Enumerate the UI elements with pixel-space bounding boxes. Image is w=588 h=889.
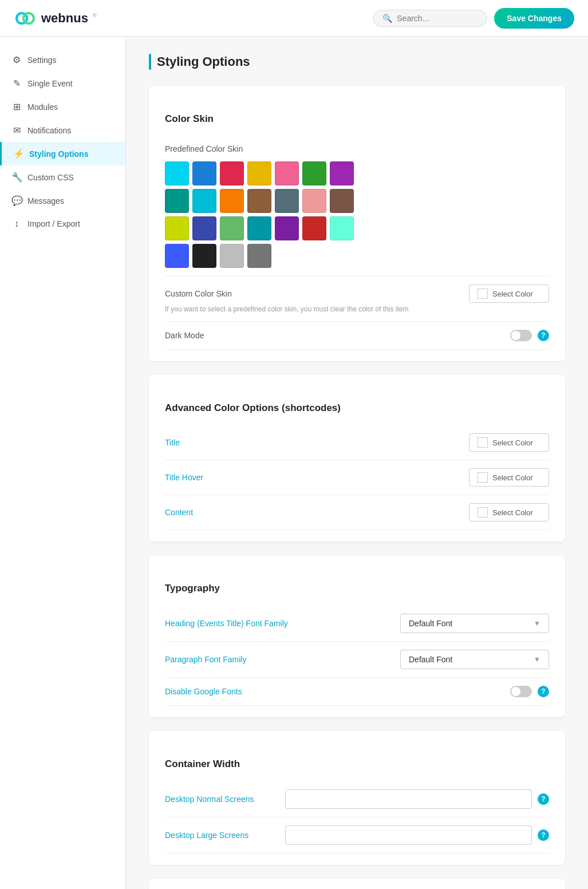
search-bar[interactable]: 🔍 [373, 10, 487, 27]
color-swatches [165, 161, 360, 268]
sidebar-label-settings: Settings [27, 56, 57, 65]
color-swatch[interactable] [247, 244, 271, 268]
paragraph-font-row: Paragraph Font Family Default Font ▼ [165, 642, 549, 678]
color-swatch[interactable] [275, 189, 299, 213]
other-styling-section: Other Styling Option Frontend Event Subm… [149, 879, 565, 889]
color-swatch[interactable] [247, 161, 271, 185]
content-color-btn-label: Select Color [492, 508, 533, 517]
typography-title: Typography [165, 583, 549, 594]
sidebar-item-messages[interactable]: 💬 Messages [0, 189, 125, 212]
color-swatch[interactable] [192, 244, 216, 268]
layout: ⚙ Settings ✎ Single Event ⊞ Modules ✉ No… [0, 37, 588, 889]
color-swatch[interactable] [165, 189, 189, 213]
sidebar-item-single-event[interactable]: ✎ Single Event [0, 72, 125, 95]
color-swatch[interactable] [165, 161, 189, 185]
title-hover-color-row: Title Hover Select Color [165, 460, 549, 495]
disable-google-fonts-row: Disable Google Fonts ? [165, 678, 549, 706]
css-icon: 🔧 [11, 172, 22, 183]
import-export-icon: ↕ [11, 219, 22, 229]
sidebar-label-single-event: Single Event [27, 79, 73, 88]
color-swatch[interactable] [165, 216, 189, 240]
color-swatch[interactable] [165, 244, 189, 268]
color-swatch[interactable] [192, 161, 216, 185]
title-hover-color-preview [477, 472, 488, 483]
paragraph-font-value: Default Font [409, 655, 452, 664]
desktop-large-row: Desktop Large Screens ? [165, 817, 549, 854]
settings-icon: ⚙ [11, 54, 22, 65]
color-swatch[interactable] [275, 216, 299, 240]
color-swatch[interactable] [247, 189, 271, 213]
content-color-preview [477, 507, 488, 517]
color-swatch[interactable] [302, 161, 326, 185]
predefined-color-skin-row: Predefined Color Skin [165, 136, 549, 276]
main-content: Styling Options Color Skin Predefined Co… [126, 37, 588, 889]
custom-color-skin-btn-label: Select Color [492, 290, 533, 298]
desktop-normal-row: Desktop Normal Screens ? [165, 781, 549, 817]
desktop-normal-input[interactable] [285, 789, 532, 809]
color-swatch[interactable] [302, 216, 326, 240]
sidebar-label-import-export: Import / Export [27, 219, 80, 228]
notifications-icon: ✉ [11, 125, 22, 136]
desktop-large-input[interactable] [285, 825, 532, 845]
search-input[interactable] [397, 14, 483, 23]
color-swatch[interactable] [247, 216, 271, 240]
desktop-normal-label: Desktop Normal Screens [165, 795, 279, 804]
color-swatch[interactable] [220, 161, 244, 185]
svg-point-1 [23, 13, 34, 23]
content-color-row: Content Select Color [165, 495, 549, 530]
sidebar-label-messages: Messages [27, 196, 64, 206]
save-button[interactable]: Save Changes [494, 8, 574, 29]
sidebar-item-custom-css[interactable]: 🔧 Custom CSS [0, 165, 125, 189]
heading-font-dropdown[interactable]: Default Font ▼ [400, 614, 549, 633]
title-hover-color-button[interactable]: Select Color [469, 468, 549, 487]
custom-color-skin-inner: Custom Color Skin Select Color [165, 285, 549, 303]
sidebar: ⚙ Settings ✎ Single Event ⊞ Modules ✉ No… [0, 37, 126, 889]
color-swatch[interactable] [220, 244, 244, 268]
desktop-normal-help[interactable]: ? [538, 793, 549, 805]
custom-color-hint: If you want to select a predefined color… [165, 305, 549, 313]
title-color-row: Title Select Color [165, 425, 549, 460]
dark-mode-help[interactable]: ? [538, 330, 549, 341]
logo: webnus ® [14, 7, 97, 30]
search-icon: 🔍 [382, 14, 392, 23]
color-swatch[interactable] [192, 216, 216, 240]
advanced-color-section: Advanced Color Options (shortcodes) Titl… [149, 375, 565, 542]
sidebar-item-settings[interactable]: ⚙ Settings [0, 48, 125, 72]
color-swatch[interactable] [302, 189, 326, 213]
content-color-label: Content [165, 508, 193, 517]
heading-font-arrow: ▼ [534, 619, 540, 627]
color-swatch[interactable] [192, 189, 216, 213]
content-color-button[interactable]: Select Color [469, 503, 549, 521]
advanced-color-title: Advanced Color Options (shortcodes) [165, 402, 549, 414]
sidebar-item-notifications[interactable]: ✉ Notifications [0, 118, 125, 142]
color-swatch[interactable] [275, 161, 299, 185]
custom-color-skin-label: Custom Color Skin [165, 289, 232, 298]
modules-icon: ⊞ [11, 101, 22, 112]
dark-mode-controls: ? [510, 330, 549, 341]
title-hover-label: Title Hover [165, 473, 203, 482]
container-width-section: Container Width Desktop Normal Screens ?… [149, 731, 565, 865]
heading-font-row: Heading (Events Title) Font Family Defau… [165, 606, 549, 642]
dark-mode-toggle[interactable] [510, 330, 532, 341]
title-color-button[interactable]: Select Color [469, 433, 549, 452]
custom-color-skin-button[interactable]: Select Color [469, 285, 549, 303]
disable-google-fonts-toggle[interactable] [510, 686, 532, 697]
header: webnus ® 🔍 Save Changes [0, 0, 588, 37]
color-swatch[interactable] [220, 189, 244, 213]
color-skin-title: Color Skin [165, 113, 549, 125]
color-swatch[interactable] [330, 189, 354, 213]
paragraph-font-dropdown[interactable]: Default Font ▼ [400, 650, 549, 669]
logo-text: webnus [41, 11, 88, 26]
sidebar-item-modules[interactable]: ⊞ Modules [0, 95, 125, 118]
disable-google-fonts-help[interactable]: ? [538, 686, 549, 697]
color-swatch[interactable] [220, 216, 244, 240]
predefined-color-skin-label: Predefined Color Skin [165, 144, 243, 153]
sidebar-item-import-export[interactable]: ↕ Import / Export [0, 212, 125, 235]
title-color-btn-label: Select Color [492, 438, 533, 447]
edit-icon: ✎ [11, 78, 22, 89]
desktop-large-help[interactable]: ? [538, 829, 549, 841]
color-swatch[interactable] [330, 216, 354, 240]
color-swatch[interactable] [330, 161, 354, 185]
sidebar-item-styling-options[interactable]: ⚡ Styling Options [0, 142, 125, 165]
page-title-text: Styling Options [157, 54, 250, 69]
